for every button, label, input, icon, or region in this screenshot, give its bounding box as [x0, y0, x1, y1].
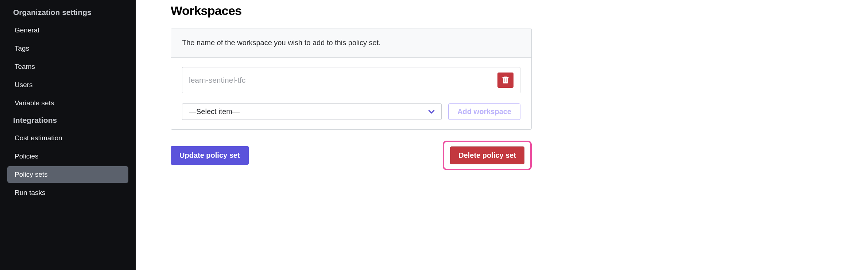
sidebar-item-label: Variable sets [15, 99, 54, 107]
sidebar-item-label: Cost estimation [15, 134, 62, 142]
sidebar-item-run-tasks[interactable]: Run tasks [7, 184, 128, 201]
page-title: Workspaces [171, 4, 543, 18]
sidebar-item-label: Run tasks [15, 189, 45, 196]
sidebar-item-general[interactable]: General [7, 22, 128, 39]
sidebar-item-users[interactable]: Users [7, 77, 128, 93]
sidebar-item-label: General [15, 26, 39, 34]
sidebar-item-policies[interactable]: Policies [7, 148, 128, 165]
sidebar-item-label: Tags [15, 44, 29, 52]
sidebar-item-label: Users [15, 81, 33, 89]
sidebar-item-label: Policies [15, 152, 38, 160]
remove-workspace-button[interactable] [497, 73, 514, 88]
chevron-down-icon [428, 107, 435, 116]
sidebar-item-label: Policy sets [15, 171, 48, 178]
delete-policy-set-button[interactable]: Delete policy set [450, 146, 524, 164]
sidebar-item-policy-sets[interactable]: Policy sets [7, 166, 128, 183]
select-placeholder: —Select item— [189, 107, 240, 116]
button-label: Delete policy set [458, 151, 516, 159]
sidebar-item-label: Teams [15, 63, 35, 70]
panel-body: learn-sentinel-tfc —Select item— Add wor… [171, 58, 531, 129]
add-workspace-button[interactable]: Add workspace [448, 103, 520, 120]
trash-icon [502, 76, 509, 85]
sidebar: Organization settings General Tags Teams… [0, 0, 136, 270]
update-policy-set-button[interactable]: Update policy set [171, 146, 249, 165]
workspace-select[interactable]: —Select item— [182, 103, 442, 120]
button-label: Add workspace [457, 107, 511, 116]
panel-description: The name of the workspace you wish to ad… [171, 28, 531, 58]
main-content: Workspaces The name of the workspace you… [136, 0, 565, 270]
sidebar-item-tags[interactable]: Tags [7, 40, 128, 57]
select-row: —Select item— Add workspace [182, 103, 520, 120]
delete-highlight-box: Delete policy set [443, 141, 532, 170]
workspace-name: learn-sentinel-tfc [189, 76, 245, 85]
sidebar-item-cost-estimation[interactable]: Cost estimation [7, 130, 128, 146]
sidebar-heading-org: Organization settings [7, 5, 128, 20]
empty-region [565, 0, 868, 270]
action-row: Update policy set Delete policy set [171, 141, 532, 170]
workspace-row: learn-sentinel-tfc [182, 67, 520, 93]
button-label: Update policy set [179, 151, 240, 159]
sidebar-heading-integrations: Integrations [7, 113, 128, 128]
sidebar-item-variable-sets[interactable]: Variable sets [7, 95, 128, 111]
sidebar-item-teams[interactable]: Teams [7, 58, 128, 75]
workspaces-panel: The name of the workspace you wish to ad… [171, 28, 532, 130]
